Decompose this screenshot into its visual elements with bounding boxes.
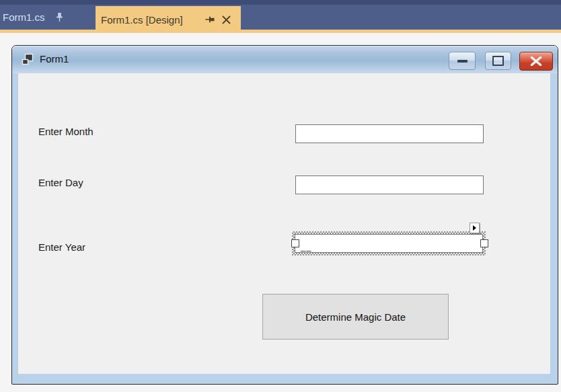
tab-bar-top-edge (0, 0, 561, 5)
tab-form1-cs-design[interactable]: Form1.cs [Design] (96, 6, 241, 33)
tab-label: Form1.cs (3, 11, 45, 23)
year-textbox-caret: __ (301, 241, 311, 251)
determine-magic-date-button[interactable]: Determine Magic Date (262, 294, 449, 340)
month-textbox[interactable] (295, 124, 484, 143)
day-textbox[interactable] (295, 175, 484, 194)
document-tab-bar: Form1.cs Form1.cs [Design] (0, 0, 561, 33)
smart-tag-button[interactable] (470, 223, 480, 233)
label-enter-month: Enter Month (38, 126, 94, 137)
minimize-icon (457, 60, 468, 63)
tab-form1-cs[interactable]: Form1.cs (0, 5, 73, 30)
form-title-bar[interactable]: Form1 (12, 46, 558, 73)
smart-tag-arrow-icon (473, 225, 476, 231)
selection-handle-left[interactable] (291, 239, 299, 247)
maximize-button[interactable] (485, 52, 511, 70)
active-tab-underline (0, 30, 561, 33)
year-textbox[interactable]: __ (295, 234, 483, 253)
close-icon[interactable] (221, 14, 231, 25)
minimize-button[interactable] (449, 52, 476, 70)
pushpin-icon[interactable] (204, 14, 214, 25)
pushpin-icon[interactable] (55, 12, 65, 23)
label-enter-year: Enter Year (38, 241, 85, 253)
form-designer-window: Form1 Enter Month Enter Day Enter Year _… (11, 45, 558, 385)
tab-label: Form1.cs [Design] (101, 14, 183, 26)
winform-window-icon (21, 52, 34, 66)
form-design-surface[interactable]: Enter Month Enter Day Enter Year __ Dete… (18, 73, 550, 374)
maximize-icon (492, 56, 504, 66)
selection-handle-right[interactable] (480, 239, 488, 247)
form-window-title: Form1 (40, 53, 69, 65)
close-button[interactable] (519, 52, 553, 71)
close-icon (530, 56, 542, 66)
label-enter-day: Enter Day (38, 177, 83, 188)
